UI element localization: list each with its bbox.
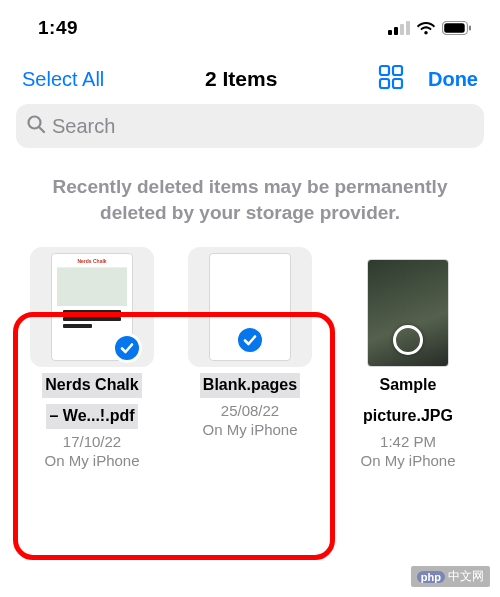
file-location: On My iPhone bbox=[178, 421, 322, 438]
search-bar[interactable] bbox=[16, 104, 484, 148]
file-location: On My iPhone bbox=[336, 452, 480, 469]
svg-rect-7 bbox=[380, 66, 389, 75]
svg-rect-6 bbox=[469, 26, 471, 31]
svg-rect-5 bbox=[444, 23, 465, 33]
file-thumbnail[interactable] bbox=[336, 249, 480, 367]
file-name-line2: picture.JPG bbox=[360, 404, 456, 429]
file-item[interactable]: Sample picture.JPG 1:42 PM On My iPhone bbox=[336, 249, 480, 469]
file-name-line2: – We...!.pdf bbox=[46, 404, 137, 429]
deleted-info-text: Recently deleted items may be permanentl… bbox=[0, 148, 500, 235]
view-grid-icon[interactable] bbox=[378, 64, 404, 94]
files-grid: Nerds Chalk Nerds Chalk – We...!.pdf bbox=[0, 235, 500, 469]
unselected-circle-icon bbox=[393, 325, 423, 355]
file-date: 25/08/22 bbox=[178, 402, 322, 419]
file-item[interactable]: Nerds Chalk Nerds Chalk – We...!.pdf bbox=[20, 249, 164, 469]
search-input[interactable] bbox=[52, 115, 474, 138]
svg-rect-8 bbox=[393, 66, 402, 75]
watermark-text: 中文网 bbox=[448, 568, 484, 585]
status-time: 1:49 bbox=[38, 17, 78, 39]
file-date: 1:42 PM bbox=[336, 433, 480, 450]
file-thumbnail[interactable] bbox=[178, 249, 322, 367]
file-location: On My iPhone bbox=[20, 452, 164, 469]
done-button[interactable]: Done bbox=[428, 68, 478, 91]
svg-rect-2 bbox=[400, 24, 404, 35]
svg-rect-0 bbox=[388, 30, 392, 35]
search-icon bbox=[26, 114, 46, 138]
nav-bar: Select All 2 Items Done bbox=[0, 48, 500, 104]
select-all-button[interactable]: Select All bbox=[22, 68, 104, 91]
svg-rect-9 bbox=[380, 79, 389, 88]
page-title: 2 Items bbox=[205, 67, 277, 91]
selected-check-icon bbox=[235, 325, 265, 355]
file-name-line1: Nerds Chalk bbox=[42, 373, 141, 398]
watermark-badge: php bbox=[417, 571, 445, 583]
battery-icon bbox=[442, 21, 472, 35]
file-name-line1: Blank.pages bbox=[200, 373, 300, 398]
file-name-line1: Sample bbox=[377, 373, 440, 398]
file-thumbnail[interactable]: Nerds Chalk bbox=[20, 249, 164, 367]
svg-rect-3 bbox=[406, 21, 410, 35]
cellular-icon bbox=[388, 21, 410, 35]
svg-rect-1 bbox=[394, 27, 398, 35]
status-bar: 1:49 bbox=[0, 0, 500, 48]
watermark: php 中文网 bbox=[411, 566, 490, 587]
wifi-icon bbox=[416, 21, 436, 35]
thumb-logo-text: Nerds Chalk bbox=[77, 258, 106, 264]
status-icons bbox=[388, 21, 472, 35]
svg-rect-10 bbox=[393, 79, 402, 88]
file-date: 17/10/22 bbox=[20, 433, 164, 450]
file-item[interactable]: Blank.pages 25/08/22 On My iPhone bbox=[178, 249, 322, 469]
svg-line-12 bbox=[39, 127, 44, 132]
